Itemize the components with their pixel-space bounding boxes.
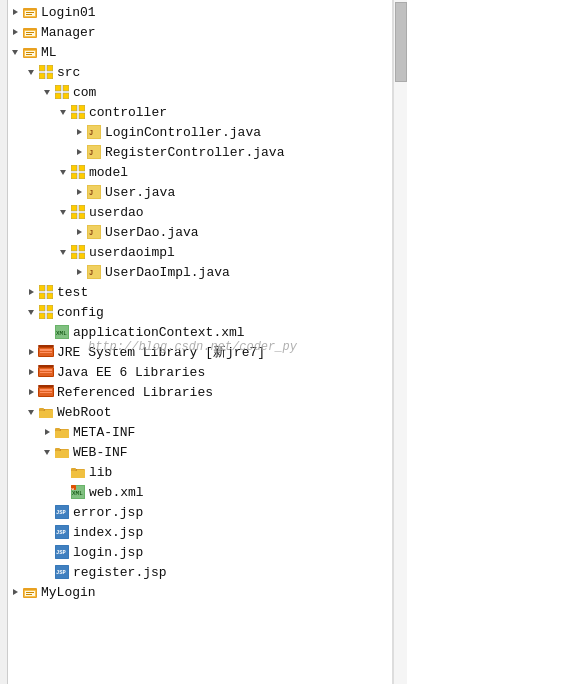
tree-expander[interactable] bbox=[40, 445, 54, 459]
tree-expander[interactable] bbox=[8, 45, 22, 59]
tree-row[interactable]: JSP error.jsp bbox=[8, 502, 392, 522]
tree-expander[interactable] bbox=[24, 345, 38, 359]
tree-item-label: JRE System Library [新jre7] bbox=[57, 343, 265, 361]
svg-rect-41 bbox=[79, 165, 85, 171]
tree-item-label: com bbox=[73, 85, 96, 100]
tree-item-label: LoginController.java bbox=[105, 125, 261, 140]
tree-row[interactable]: com bbox=[8, 82, 392, 102]
svg-marker-23 bbox=[44, 90, 50, 95]
tree-expander[interactable] bbox=[24, 365, 38, 379]
tree-expander[interactable] bbox=[72, 225, 86, 239]
tree-expander[interactable] bbox=[40, 565, 54, 579]
tree-expander[interactable] bbox=[24, 285, 38, 299]
tree-row[interactable]: Login01 bbox=[8, 2, 392, 22]
package-icon bbox=[70, 164, 86, 180]
tree-item-label: Referenced Libraries bbox=[57, 385, 213, 400]
svg-rect-25 bbox=[63, 85, 69, 91]
tree-row[interactable]: J LoginController.java bbox=[8, 122, 392, 142]
java-file-icon: J bbox=[86, 224, 102, 240]
svg-text:J: J bbox=[89, 189, 93, 197]
svg-rect-59 bbox=[79, 253, 85, 259]
tree-row[interactable]: JSP index.jsp bbox=[8, 522, 392, 542]
tree-row[interactable]: controller bbox=[8, 102, 392, 122]
package-icon bbox=[38, 64, 54, 80]
tree-row[interactable]: JRE System Library [新jre7] bbox=[8, 342, 392, 362]
svg-rect-66 bbox=[39, 293, 45, 299]
scrollbar[interactable] bbox=[393, 0, 407, 684]
tree-item-label: applicationContext.xml bbox=[73, 325, 245, 340]
tree-expander[interactable] bbox=[72, 265, 86, 279]
tree-row[interactable]: XML W web.xml bbox=[8, 482, 392, 502]
tree-expander[interactable] bbox=[24, 305, 38, 319]
tree-expander[interactable] bbox=[40, 545, 54, 559]
tree-item-label: META-INF bbox=[73, 425, 135, 440]
tree-row[interactable]: JSP register.jsp bbox=[8, 562, 392, 582]
svg-rect-78 bbox=[40, 349, 52, 351]
scrollbar-thumb[interactable] bbox=[395, 2, 407, 82]
svg-rect-20 bbox=[47, 65, 53, 71]
tree-expander[interactable] bbox=[8, 25, 22, 39]
tree-expander[interactable] bbox=[56, 105, 70, 119]
package-icon bbox=[38, 284, 54, 300]
tree-expander[interactable] bbox=[56, 205, 70, 219]
svg-rect-40 bbox=[71, 165, 77, 171]
package-icon bbox=[54, 84, 70, 100]
svg-rect-5 bbox=[26, 14, 32, 15]
tree-expander[interactable] bbox=[40, 325, 54, 339]
svg-marker-0 bbox=[13, 9, 18, 15]
library-icon bbox=[38, 344, 54, 360]
tree-expander[interactable] bbox=[72, 125, 86, 139]
tree-row[interactable]: test bbox=[8, 282, 392, 302]
tree-row[interactable]: J UserDaoImpl.java bbox=[8, 262, 392, 282]
tree-expander[interactable] bbox=[40, 85, 54, 99]
tree-row[interactable]: lib bbox=[8, 462, 392, 482]
tree-row[interactable]: src bbox=[8, 62, 392, 82]
tree-expander[interactable] bbox=[56, 165, 70, 179]
svg-rect-19 bbox=[39, 65, 45, 71]
tree-row[interactable]: userdao bbox=[8, 202, 392, 222]
tree-expander[interactable] bbox=[24, 65, 38, 79]
tree-row[interactable]: model bbox=[8, 162, 392, 182]
svg-marker-81 bbox=[29, 369, 34, 375]
tree-row[interactable]: META-INF bbox=[8, 422, 392, 442]
tree-expander[interactable] bbox=[56, 465, 70, 479]
svg-marker-103 bbox=[44, 450, 50, 455]
java-file-icon: J bbox=[86, 124, 102, 140]
tree-expander[interactable] bbox=[72, 185, 86, 199]
tree-row[interactable]: userdaoimpl bbox=[8, 242, 392, 262]
tree-expander[interactable] bbox=[40, 525, 54, 539]
tree-row[interactable]: WEB-INF bbox=[8, 442, 392, 462]
tree-expander[interactable] bbox=[40, 505, 54, 519]
tree-item-label: login.jsp bbox=[73, 545, 143, 560]
tree-expander[interactable] bbox=[8, 585, 22, 599]
tree-row[interactable]: Java EE 6 Libraries bbox=[8, 362, 392, 382]
tree-expander[interactable] bbox=[24, 405, 38, 419]
svg-marker-124 bbox=[13, 589, 18, 595]
tree-row[interactable]: J UserDao.java bbox=[8, 222, 392, 242]
tree-row[interactable]: Referenced Libraries bbox=[8, 382, 392, 402]
svg-rect-90 bbox=[40, 389, 52, 391]
tree-row[interactable]: Manager bbox=[8, 22, 392, 42]
tree-expander[interactable] bbox=[72, 145, 86, 159]
java-file-icon: J bbox=[86, 264, 102, 280]
tree-row[interactable]: config bbox=[8, 302, 392, 322]
tree-row[interactable]: ML bbox=[8, 42, 392, 62]
tree-expander[interactable] bbox=[56, 485, 70, 499]
tree-expander[interactable] bbox=[24, 385, 38, 399]
svg-rect-111 bbox=[71, 468, 76, 471]
java-file-icon: J bbox=[86, 184, 102, 200]
tree-item-label: web.xml bbox=[89, 485, 144, 500]
tree-row[interactable]: J RegisterController.java bbox=[8, 142, 392, 162]
svg-text:JSP: JSP bbox=[56, 529, 67, 536]
tree-row[interactable]: J User.java bbox=[8, 182, 392, 202]
tree-expander[interactable] bbox=[8, 5, 22, 19]
tree-row[interactable]: XML applicationContext.xml bbox=[8, 322, 392, 342]
tree-row[interactable]: WebRoot bbox=[8, 402, 392, 422]
tree-row[interactable]: JSP login.jsp bbox=[8, 542, 392, 562]
tree-row[interactable]: MyLogin bbox=[8, 582, 392, 602]
svg-marker-63 bbox=[29, 289, 34, 295]
tree-expander[interactable] bbox=[40, 425, 54, 439]
tree-item-label: model bbox=[89, 165, 128, 180]
tree-item-label: lib bbox=[89, 465, 112, 480]
tree-expander[interactable] bbox=[56, 245, 70, 259]
